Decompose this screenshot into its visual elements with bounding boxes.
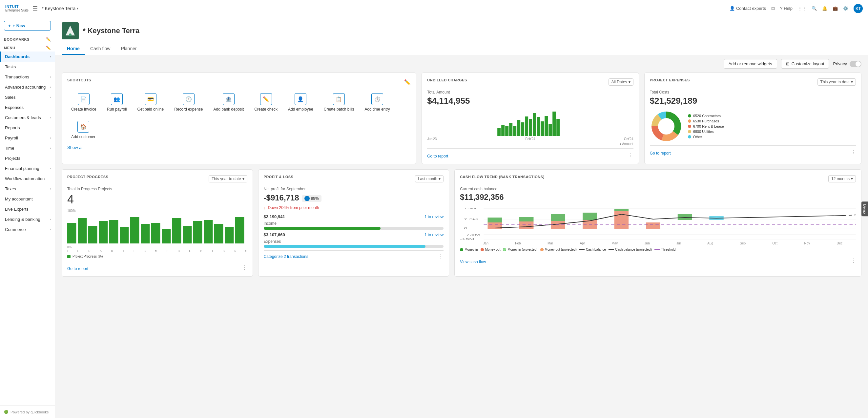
rent-lease-color	[688, 125, 691, 128]
cashflow-trend-period-dropdown[interactable]: 12 months ▾	[828, 175, 856, 182]
profit-loss-widget: PROFIT & LOSS Last month ▾ Net profit fo…	[258, 169, 450, 277]
svg-rect-15	[545, 116, 548, 136]
sidebar-item-tasks[interactable]: Tasks	[0, 62, 55, 72]
company-selector-name: * Keystone Terra	[42, 6, 75, 11]
cashflow-menu-icon[interactable]: ⋮	[850, 258, 856, 264]
search-button[interactable]: 🔍	[812, 6, 817, 11]
apps-button[interactable]: ⋮⋮	[798, 6, 806, 11]
shortcut-add-bank-deposit[interactable]: 🏦 Add bank deposit	[210, 90, 248, 115]
time-entry-icon: ⏱️	[371, 93, 383, 105]
chevron-right-icon: ›	[50, 167, 51, 170]
shortcut-add-time-entry[interactable]: ⏱️ Add time entry	[361, 90, 394, 115]
unbilled-period-dropdown[interactable]: All Dates ▾	[609, 79, 633, 86]
sidebar-item-advanced-accounting[interactable]: Advanced accounting ›	[0, 82, 55, 92]
tab-home[interactable]: Home	[62, 43, 85, 55]
new-button[interactable]: + + New	[4, 21, 51, 31]
shortcut-create-check[interactable]: ✏️ Create check	[250, 90, 281, 115]
sidebar-item-expenses[interactable]: Expenses	[0, 102, 55, 113]
unbilled-go-to-report[interactable]: Go to report	[427, 154, 448, 158]
shortcut-add-customer[interactable]: 🏠 Add customer	[67, 117, 99, 142]
menu-section[interactable]: MENU ✏️	[0, 43, 55, 52]
sidebar-item-taxes[interactable]: Taxes ›	[0, 184, 55, 194]
expenses-bar	[264, 245, 444, 248]
sidebar-item-my-accountant[interactable]: My accountant	[0, 194, 55, 204]
help-button[interactable]: ? Help	[780, 6, 793, 11]
bank-icon: 🏦	[223, 93, 235, 105]
profit-loss-header: PROFIT & LOSS Last month ▾	[264, 175, 444, 183]
sidebar-item-live-experts[interactable]: Live Experts	[0, 204, 55, 214]
project-expenses-period-dropdown[interactable]: This year to date ▾	[817, 79, 856, 86]
svg-rect-33	[151, 223, 160, 243]
info-icon: i	[304, 196, 310, 201]
project-expenses-menu-icon[interactable]: ⋮	[850, 149, 856, 155]
company-tabs: Home Cash flow Planner	[62, 43, 862, 55]
wallet-button[interactable]: 💼	[833, 6, 838, 11]
project-progress-count: 4	[67, 192, 247, 206]
sidebar-item-transactions[interactable]: Transactions ›	[0, 72, 55, 82]
shortcut-run-payroll[interactable]: 👥 Run payroll	[103, 90, 131, 115]
shortcut-create-batch-bills[interactable]: 📋 Create batch bills	[320, 90, 358, 115]
project-progress-go-to-report[interactable]: Go to report	[67, 266, 88, 271]
user-avatar[interactable]: KT	[854, 4, 863, 13]
contact-experts-button[interactable]: 👤 Contact experts	[730, 6, 766, 11]
sidebar-item-financial-planning[interactable]: Financial planning ›	[0, 163, 55, 174]
progress-legend-color	[67, 255, 70, 258]
privacy-toggle-switch[interactable]	[849, 61, 862, 67]
legend-cash-balance: Cash balance	[579, 248, 606, 251]
svg-rect-62	[614, 209, 628, 211]
expense-icon: 🕐	[183, 93, 194, 105]
add-remove-widgets-button[interactable]: Add or remove widgets	[724, 59, 777, 68]
sidebar-item-lending-banking[interactable]: Lending & banking ›	[0, 214, 55, 225]
sidebar-item-workflow-automation[interactable]: Workflow automation	[0, 174, 55, 184]
cashflow-trend-widget: CASH FLOW TREND (BANK TRANSACTIONS) 12 m…	[454, 169, 862, 277]
chevron-right-icon: ›	[50, 85, 51, 89]
history-icon: ⊡	[771, 6, 775, 11]
unbilled-charges-widget: UNBILLED CHARGES All Dates ▾ Total Amoun…	[422, 72, 639, 164]
settings-button[interactable]: ⚙️	[843, 6, 848, 11]
legend-cash-balance-projected: Cash balance (projected)	[609, 248, 652, 251]
shortcut-record-expense[interactable]: 🕐 Record expense	[170, 90, 207, 115]
expenses-review-link[interactable]: 1 to review	[425, 233, 443, 237]
unbilled-menu-icon[interactable]: ⋮	[628, 152, 633, 158]
sidebar-item-commerce[interactable]: Commerce ›	[0, 225, 55, 235]
project-progress-menu-icon[interactable]: ⋮	[242, 264, 247, 271]
sidebar-item-reports[interactable]: Reports	[0, 123, 55, 133]
sidebar-item-customers-leads[interactable]: Customers & leads ›	[0, 113, 55, 123]
cash-balance-projected-line	[609, 249, 614, 250]
sidebar-item-payroll[interactable]: Payroll ›	[0, 133, 55, 143]
history-button[interactable]: ⊡	[771, 6, 775, 11]
demo-tab[interactable]: Demo	[862, 202, 868, 216]
svg-rect-30	[120, 227, 129, 243]
shortcuts-grid: 📄 Create invoice 👥 Run payroll 💳 Get pai…	[67, 90, 411, 142]
company-selector[interactable]: * Keystone Terra ▾	[42, 6, 79, 11]
shortcut-create-invoice[interactable]: 📄 Create invoice	[67, 90, 100, 115]
svg-rect-4	[501, 125, 504, 136]
sidebar-item-time[interactable]: Time ›	[0, 143, 55, 153]
income-review-link[interactable]: 1 to review	[425, 215, 443, 219]
profit-loss-menu-icon[interactable]: ⋮	[438, 253, 443, 260]
bookmarks-section[interactable]: BOOKMARKS ✏️	[0, 34, 55, 43]
profit-loss-title: PROFIT & LOSS	[264, 175, 293, 179]
sidebar-item-projects[interactable]: Projects	[0, 153, 55, 163]
intuit-brand: INTUIT	[5, 5, 29, 8]
sidebar-item-sales[interactable]: Sales ›	[0, 92, 55, 102]
profit-loss-period-dropdown[interactable]: Last month ▾	[415, 175, 443, 182]
legend-threshold: Threshold	[654, 248, 676, 251]
income-label: Income	[264, 221, 444, 226]
edit-shortcuts-icon[interactable]: ✏️	[404, 79, 411, 85]
widgets-row-2: PROJECT PROGRESS This year to date ▾ Tot…	[62, 169, 862, 277]
svg-rect-17	[552, 112, 556, 136]
menu-toggle-button[interactable]: ☰	[32, 5, 38, 12]
customize-layout-button[interactable]: ⊞ Customize layout	[781, 59, 829, 68]
show-all-shortcuts[interactable]: Show all	[67, 145, 411, 150]
sidebar-item-dashboards[interactable]: Dashboards ›	[0, 52, 55, 62]
project-expenses-go-to-report[interactable]: Go to report	[650, 151, 671, 155]
tab-planner[interactable]: Planner	[116, 43, 142, 55]
shortcuts-header: SHORTCUTS ✏️	[67, 78, 411, 86]
shortcut-get-paid-online[interactable]: 💳 Get paid online	[133, 90, 167, 115]
shortcut-add-employee[interactable]: 👤 Add employee	[284, 90, 317, 115]
cashflow-view-link[interactable]: View cash flow	[460, 260, 486, 264]
project-progress-period-dropdown[interactable]: This year to date ▾	[209, 175, 247, 182]
tab-cashflow[interactable]: Cash flow	[85, 43, 116, 55]
notifications-button[interactable]: 🔔	[822, 6, 827, 11]
